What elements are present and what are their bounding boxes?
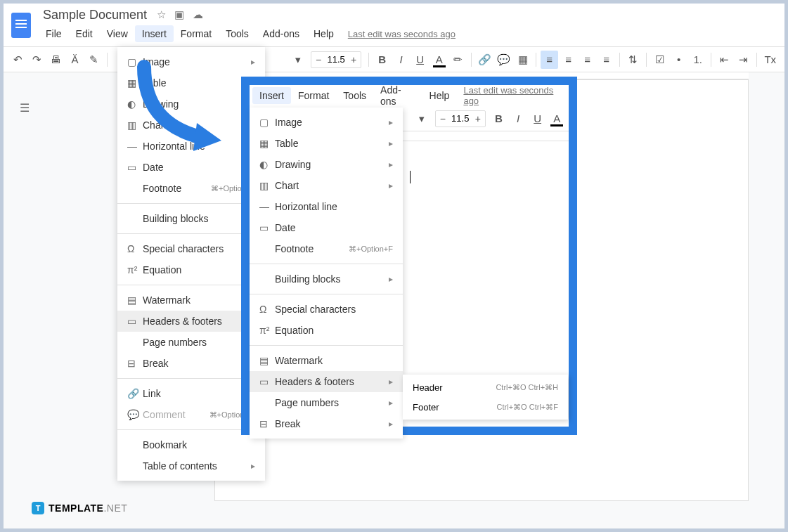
align-right-button[interactable]: ≡ — [579, 51, 596, 69]
align-center-button[interactable]: ≡ — [560, 51, 577, 69]
bb-last-edit[interactable]: Last edit was seconds ago — [463, 85, 566, 106]
bb-insert-footnote[interactable]: Footnote⌘+Option+F — [250, 238, 403, 259]
menu-tools[interactable]: Tools — [219, 25, 256, 42]
bb-insert-drawing[interactable]: ◐Drawing▸ — [250, 154, 403, 175]
bb-insert-equation[interactable]: π²Equation — [250, 320, 403, 341]
font-size-control[interactable]: − 11.5 + — [311, 51, 361, 68]
font-size-increase[interactable]: + — [347, 54, 361, 65]
italic-button[interactable]: I — [392, 51, 410, 69]
link-button[interactable]: 🔗 — [476, 51, 493, 69]
bb-underline[interactable]: U — [529, 110, 547, 128]
submenu-footer[interactable]: Footer Ctrl+⌘O Ctrl+⌘F — [403, 397, 568, 417]
outline-toggle[interactable]: ☰ — [11, 93, 39, 122]
bb-insert-date[interactable]: ▭Date — [250, 217, 403, 238]
template-net-watermark: T TEMPLATE.NET — [32, 502, 127, 514]
docs-logo[interactable] — [4, 4, 39, 46]
menu-insert[interactable]: Insert — [135, 25, 174, 42]
numbered-list-button[interactable]: 1. — [689, 51, 706, 69]
bb-font-size[interactable]: −11.5+ — [435, 110, 486, 127]
insert-bookmark[interactable]: Bookmark — [117, 434, 265, 455]
align-left-button[interactable]: ≡ — [541, 51, 558, 69]
menu-edit[interactable]: Edit — [69, 25, 100, 42]
text-cursor — [410, 171, 411, 183]
bb-insert-table[interactable]: ▦Table▸ — [250, 133, 403, 154]
bb-menu-help[interactable]: Help — [422, 87, 457, 104]
bb-insert-chart[interactable]: ▥Chart▸ — [250, 175, 403, 196]
bb-text-color[interactable]: A — [548, 110, 566, 128]
outdent-button[interactable]: ⇤ — [716, 51, 733, 69]
bb-insert-pagenum[interactable]: Page numbers▸ — [250, 392, 403, 413]
move-icon[interactable]: ▣ — [174, 8, 184, 21]
highlight-button[interactable]: ✏ — [449, 51, 467, 69]
bb-insert-headers-footers[interactable]: ▭Headers & footers▸ — [250, 371, 403, 392]
menu-file[interactable]: File — [39, 25, 69, 42]
bb-menu-insert[interactable]: Insert — [252, 87, 291, 104]
bb-bold[interactable]: B — [490, 110, 508, 128]
bb-insert-hline[interactable]: —Horizontal line — [250, 196, 403, 217]
bb-italic[interactable]: I — [509, 110, 527, 128]
document-title[interactable]: Sample Document — [39, 8, 151, 22]
tutorial-highlight-box: Insert Format Tools Add-ons Help Last ed… — [241, 77, 577, 435]
print-button[interactable]: 🖶 — [47, 51, 65, 69]
indent-button[interactable]: ⇥ — [735, 51, 752, 69]
underline-button[interactable]: U — [411, 51, 429, 69]
bb-menu-tools[interactable]: Tools — [336, 87, 373, 104]
bb-insert-special[interactable]: ΩSpecial characters — [250, 299, 403, 320]
image-button[interactable]: ▦ — [514, 51, 531, 69]
cloud-icon[interactable]: ☁ — [193, 8, 203, 21]
bold-button[interactable]: B — [373, 51, 391, 69]
docs-icon — [11, 13, 31, 38]
bb-insert-building[interactable]: Building blocks▸ — [250, 268, 403, 290]
header: Sample Document ☆ ▣ ☁ File Edit View Ins… — [4, 4, 784, 47]
redo-button[interactable]: ↷ — [28, 51, 46, 69]
undo-button[interactable]: ↶ — [9, 51, 27, 69]
menu-view[interactable]: View — [100, 25, 135, 42]
menu-addons[interactable]: Add-ons — [256, 25, 306, 42]
align-justify-button[interactable]: ≡ — [598, 51, 615, 69]
insert-toc[interactable]: Table of contents▸ — [117, 455, 265, 476]
checklist-button[interactable]: ☑ — [651, 51, 668, 69]
submenu-header[interactable]: Header Ctrl+⌘O Ctrl+⌘H — [403, 377, 568, 397]
bb-insert-dropdown: ▢Image▸ ▦Table▸ ◐Drawing▸ ▥Chart▸ —Horiz… — [250, 108, 403, 439]
menu-help[interactable]: Help — [306, 25, 341, 42]
paint-format-button[interactable]: ✎ — [85, 51, 103, 69]
line-spacing-button[interactable]: ⇅ — [624, 51, 642, 69]
font-size-value[interactable]: 11.5 — [325, 54, 347, 65]
bb-insert-break[interactable]: ⊟Break▸ — [250, 413, 403, 434]
star-icon[interactable]: ☆ — [157, 8, 166, 21]
bb-style-dropdown[interactable]: ▾ — [413, 110, 431, 128]
font-size-decrease[interactable]: − — [311, 54, 325, 65]
last-edit-link[interactable]: Last edit was seconds ago — [348, 29, 456, 39]
template-net-icon: T — [32, 502, 44, 514]
bb-insert-watermark[interactable]: ▤Watermark — [250, 350, 403, 371]
bb-insert-image[interactable]: ▢Image▸ — [250, 112, 403, 133]
menu-format[interactable]: Format — [174, 25, 219, 42]
style-dropdown[interactable]: ▾ — [289, 51, 306, 69]
comment-button[interactable]: 💬 — [495, 51, 512, 69]
clear-format-button[interactable]: Tx — [761, 51, 779, 69]
bullet-list-button[interactable]: • — [670, 51, 687, 69]
menubar: File Edit View Insert Format Tools Add-o… — [39, 23, 784, 44]
headers-footers-submenu: Header Ctrl+⌘O Ctrl+⌘H Footer Ctrl+⌘O Ct… — [403, 375, 568, 420]
spellcheck-button[interactable]: Ă — [66, 51, 84, 69]
text-color-button[interactable]: A — [430, 51, 448, 69]
insert-image[interactable]: ▢Image▸ — [117, 51, 265, 72]
bb-menu-format[interactable]: Format — [291, 87, 336, 104]
bb-menu-addons[interactable]: Add-ons — [373, 82, 422, 110]
